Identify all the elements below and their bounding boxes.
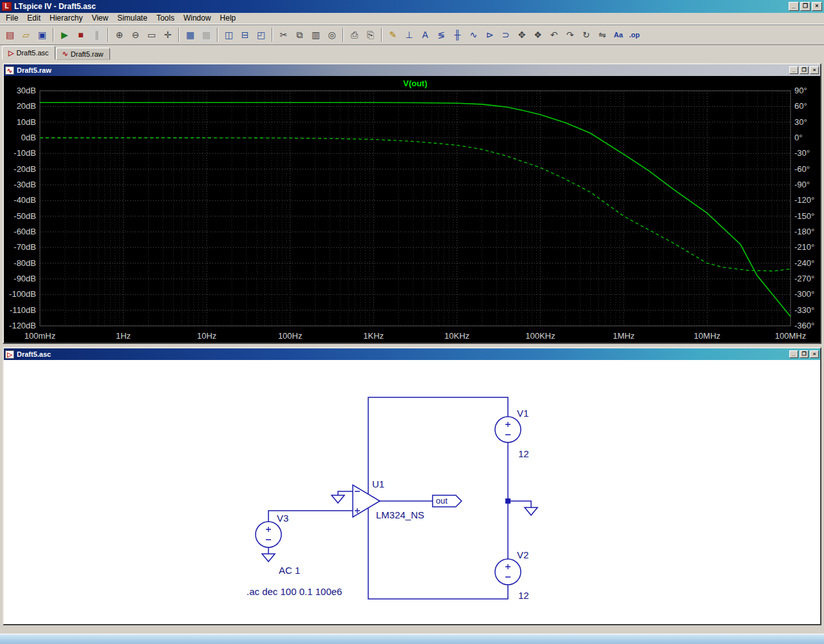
run-button[interactable]: ▶: [57, 27, 73, 43]
menu-tools[interactable]: Tools: [152, 12, 179, 24]
restore-button[interactable]: ❐: [800, 2, 810, 11]
menu-hierarchy[interactable]: Hierarchy: [45, 12, 87, 24]
opamp-model-label[interactable]: LM324_NS: [376, 509, 424, 520]
wire-vminus-rail[interactable]: [368, 508, 508, 599]
opamp-refdes-label[interactable]: U1: [372, 478, 384, 489]
grid-button[interactable]: ▦: [182, 27, 198, 43]
schem-minimize-button[interactable]: _: [789, 350, 798, 358]
cut-button[interactable]: ✂: [276, 27, 292, 43]
diode-button[interactable]: ⊳: [482, 27, 498, 43]
x-axis-tick: 100mHz: [24, 331, 55, 341]
y-right-tick: -90°: [794, 180, 810, 189]
schem-restore-button[interactable]: ❐: [800, 350, 809, 358]
schematic-canvas[interactable]: U1 LM324_NS out V1 12 V2 12 V3 AC 1 .ac …: [4, 360, 820, 624]
y-right-tick: -180°: [794, 227, 814, 236]
net-label-button[interactable]: A: [417, 27, 433, 43]
voltage-source-v2[interactable]: [495, 559, 521, 585]
voltage-source-v3[interactable]: [256, 522, 281, 547]
pan-button[interactable]: ✛: [160, 27, 176, 43]
save-button[interactable]: ▣: [34, 27, 50, 43]
move-button[interactable]: ✥: [514, 27, 530, 43]
component-button[interactable]: ⊃: [498, 27, 514, 43]
zoom-back-button[interactable]: ⊖: [127, 27, 144, 43]
capacitor-button[interactable]: ╫: [449, 27, 465, 43]
print-button[interactable]: ⎙: [346, 27, 362, 43]
y-right-tick: -210°: [794, 242, 814, 252]
print-preview-button[interactable]: ⎘: [362, 27, 379, 43]
tile-horizontal-button[interactable]: ⊟: [237, 27, 253, 43]
y-right-tick: -60°: [794, 164, 810, 174]
tab-draft5.asc[interactable]: ▷Draft5.asc: [2, 46, 55, 60]
menu-window[interactable]: Window: [179, 12, 216, 24]
gain-trace: [40, 102, 791, 316]
zoom-extents-button[interactable]: ▭: [144, 27, 160, 43]
ground-symbol-v3[interactable]: [262, 554, 275, 562]
menu-view[interactable]: View: [87, 12, 113, 24]
v2-value-label[interactable]: 12: [518, 590, 529, 601]
tab-label: Draft5.asc: [16, 49, 48, 57]
v1-value-label[interactable]: 12: [518, 448, 529, 459]
v2-refdes-label[interactable]: V2: [517, 549, 529, 560]
schematic-window-titlebar[interactable]: ▷ Draft5.asc _ ❐ ×: [4, 348, 820, 360]
inductor-button[interactable]: ∿: [465, 27, 482, 43]
mirror-button[interactable]: ⇋: [594, 27, 610, 43]
find-button[interactable]: ◎: [324, 27, 340, 43]
wire-junction-to-ground[interactable]: [508, 501, 531, 507]
tile-vertical-button[interactable]: ◫: [221, 27, 237, 43]
zoom-area-button[interactable]: ⊕: [111, 27, 127, 43]
x-axis-tick: 10Hz: [197, 331, 216, 341]
x-axis-tick: 1Hz: [116, 331, 131, 341]
waveform-plot-pane[interactable]: 100mHz1Hz10Hz100Hz1KHz10KHz100KHz1MHz10M…: [4, 76, 820, 343]
copy-button[interactable]: ⧉: [292, 27, 308, 43]
spice-directive-text[interactable]: .ac dec 100 0.1 100e6: [247, 586, 342, 597]
spice-directive-button[interactable]: .op: [626, 27, 642, 43]
paste-button[interactable]: ▥: [308, 27, 324, 43]
voltage-source-v1[interactable]: [495, 417, 521, 442]
drag-button[interactable]: ❖: [530, 27, 546, 43]
tab-draft5.raw[interactable]: ∿Draft5.raw: [56, 48, 110, 60]
redo-button[interactable]: ↷: [562, 27, 578, 43]
halt-button[interactable]: ■: [73, 27, 89, 43]
menu-help[interactable]: Help: [216, 12, 241, 24]
toolbar: ▤▱▣▶■∥⊕⊖▭✛▦▩◫⊟◰✂⧉▥◎⎙⎘✎⊥A≶╫∿⊳⊃✥❖↶↷↻⇋Aa.op: [0, 24, 824, 45]
ground-button[interactable]: ⊥: [401, 27, 417, 43]
schematic-window: ▷ Draft5.asc _ ❐ ×: [3, 347, 821, 625]
waveform-window-titlebar[interactable]: ∿ Draft5.raw _ ❐ ×: [4, 64, 820, 76]
toolbar-separator: [217, 28, 218, 42]
wave-restore-button[interactable]: ❐: [800, 66, 809, 74]
wire-button[interactable]: ✎: [385, 27, 401, 43]
text-button[interactable]: Aa: [610, 27, 626, 43]
new-schematic-button[interactable]: ▤: [2, 27, 18, 43]
rotate-button[interactable]: ↻: [578, 27, 594, 43]
y-left-tick: 20dB: [17, 101, 36, 111]
ground-symbol-inverting[interactable]: [332, 495, 344, 503]
undo-button[interactable]: ↶: [546, 27, 562, 43]
wave-minimize-button[interactable]: _: [789, 66, 798, 74]
trace-title[interactable]: V(out): [403, 79, 427, 88]
cascade-button[interactable]: ◰: [253, 27, 269, 43]
v1-refdes-label[interactable]: V1: [517, 408, 529, 419]
wire-inverting-input[interactable]: [338, 491, 353, 495]
v3-value-label[interactable]: AC 1: [279, 565, 300, 576]
plot-grid: [40, 91, 791, 326]
waveform-doc-icon: ∿: [62, 50, 68, 58]
ground-symbol-right[interactable]: [525, 507, 538, 515]
v3-refdes-label[interactable]: V3: [277, 513, 288, 524]
schematic-window-title: Draft5.asc: [17, 350, 789, 358]
wave-close-button[interactable]: ×: [810, 66, 819, 74]
y-right-tick: 30°: [794, 117, 807, 127]
resistor-button[interactable]: ≶: [433, 27, 449, 43]
open-file-button[interactable]: ▱: [18, 27, 34, 43]
wire-vplus-rail[interactable]: [368, 397, 508, 494]
x-axis-tick: 1KHz: [363, 331, 384, 341]
y-right-tick: -150°: [794, 211, 814, 221]
out-net-label[interactable]: out: [436, 496, 447, 506]
menu-simulate[interactable]: Simulate: [113, 12, 152, 24]
menu-file[interactable]: File: [1, 12, 23, 24]
mark-points-button: ▩: [198, 27, 214, 43]
minimize-button[interactable]: _: [789, 2, 799, 11]
close-button[interactable]: ×: [812, 2, 822, 11]
menu-edit[interactable]: Edit: [23, 12, 45, 24]
y-left-tick: 0dB: [21, 133, 36, 142]
schem-close-button[interactable]: ×: [810, 350, 819, 358]
